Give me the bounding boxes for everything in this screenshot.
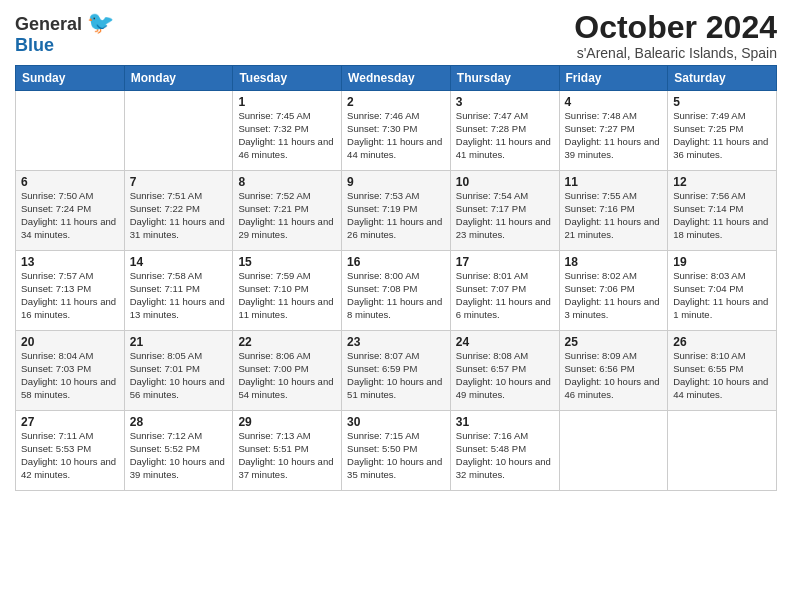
cell-0-3: 2Sunrise: 7:46 AM Sunset: 7:30 PM Daylig…: [342, 91, 451, 171]
header-row: General 🐦 Blue October 2024 s'Arenal, Ba…: [15, 10, 777, 61]
cell-info: Sunrise: 7:16 AM Sunset: 5:48 PM Dayligh…: [456, 430, 554, 481]
cell-info: Sunrise: 7:58 AM Sunset: 7:11 PM Dayligh…: [130, 270, 228, 321]
title-block: October 2024 s'Arenal, Balearic Islands,…: [574, 10, 777, 61]
header-monday: Monday: [124, 66, 233, 91]
logo-general: General: [15, 14, 82, 34]
day-number: 19: [673, 255, 771, 269]
cell-3-4: 24Sunrise: 8:08 AM Sunset: 6:57 PM Dayli…: [450, 331, 559, 411]
cell-3-6: 26Sunrise: 8:10 AM Sunset: 6:55 PM Dayli…: [668, 331, 777, 411]
header-tuesday: Tuesday: [233, 66, 342, 91]
calendar-table: SundayMondayTuesdayWednesdayThursdayFrid…: [15, 65, 777, 491]
cell-2-2: 15Sunrise: 7:59 AM Sunset: 7:10 PM Dayli…: [233, 251, 342, 331]
logo-blue: Blue: [15, 35, 54, 55]
cell-info: Sunrise: 8:01 AM Sunset: 7:07 PM Dayligh…: [456, 270, 554, 321]
cell-0-4: 3Sunrise: 7:47 AM Sunset: 7:28 PM Daylig…: [450, 91, 559, 171]
day-number: 22: [238, 335, 336, 349]
cell-4-5: [559, 411, 668, 491]
day-number: 14: [130, 255, 228, 269]
cell-info: Sunrise: 7:57 AM Sunset: 7:13 PM Dayligh…: [21, 270, 119, 321]
cell-info: Sunrise: 8:03 AM Sunset: 7:04 PM Dayligh…: [673, 270, 771, 321]
cell-3-2: 22Sunrise: 8:06 AM Sunset: 7:00 PM Dayli…: [233, 331, 342, 411]
cell-4-2: 29Sunrise: 7:13 AM Sunset: 5:51 PM Dayli…: [233, 411, 342, 491]
day-number: 5: [673, 95, 771, 109]
month-title: October 2024: [574, 10, 777, 45]
cell-info: Sunrise: 8:04 AM Sunset: 7:03 PM Dayligh…: [21, 350, 119, 401]
day-number: 16: [347, 255, 445, 269]
cell-info: Sunrise: 7:50 AM Sunset: 7:24 PM Dayligh…: [21, 190, 119, 241]
cell-2-1: 14Sunrise: 7:58 AM Sunset: 7:11 PM Dayli…: [124, 251, 233, 331]
week-row-3: 20Sunrise: 8:04 AM Sunset: 7:03 PM Dayli…: [16, 331, 777, 411]
cell-info: Sunrise: 8:10 AM Sunset: 6:55 PM Dayligh…: [673, 350, 771, 401]
day-number: 17: [456, 255, 554, 269]
day-number: 29: [238, 415, 336, 429]
cell-0-5: 4Sunrise: 7:48 AM Sunset: 7:27 PM Daylig…: [559, 91, 668, 171]
cell-info: Sunrise: 8:09 AM Sunset: 6:56 PM Dayligh…: [565, 350, 663, 401]
header-saturday: Saturday: [668, 66, 777, 91]
header-wednesday: Wednesday: [342, 66, 451, 91]
day-number: 31: [456, 415, 554, 429]
cell-info: Sunrise: 8:00 AM Sunset: 7:08 PM Dayligh…: [347, 270, 445, 321]
cell-4-6: [668, 411, 777, 491]
cell-1-1: 7Sunrise: 7:51 AM Sunset: 7:22 PM Daylig…: [124, 171, 233, 251]
week-row-4: 27Sunrise: 7:11 AM Sunset: 5:53 PM Dayli…: [16, 411, 777, 491]
cell-info: Sunrise: 7:46 AM Sunset: 7:30 PM Dayligh…: [347, 110, 445, 161]
cell-info: Sunrise: 7:47 AM Sunset: 7:28 PM Dayligh…: [456, 110, 554, 161]
day-number: 18: [565, 255, 663, 269]
day-number: 26: [673, 335, 771, 349]
header-thursday: Thursday: [450, 66, 559, 91]
cell-1-3: 9Sunrise: 7:53 AM Sunset: 7:19 PM Daylig…: [342, 171, 451, 251]
day-number: 23: [347, 335, 445, 349]
cell-0-6: 5Sunrise: 7:49 AM Sunset: 7:25 PM Daylig…: [668, 91, 777, 171]
week-row-1: 6Sunrise: 7:50 AM Sunset: 7:24 PM Daylig…: [16, 171, 777, 251]
cell-1-2: 8Sunrise: 7:52 AM Sunset: 7:21 PM Daylig…: [233, 171, 342, 251]
cell-0-2: 1Sunrise: 7:45 AM Sunset: 7:32 PM Daylig…: [233, 91, 342, 171]
header-friday: Friday: [559, 66, 668, 91]
cell-2-4: 17Sunrise: 8:01 AM Sunset: 7:07 PM Dayli…: [450, 251, 559, 331]
cell-info: Sunrise: 8:02 AM Sunset: 7:06 PM Dayligh…: [565, 270, 663, 321]
cell-3-0: 20Sunrise: 8:04 AM Sunset: 7:03 PM Dayli…: [16, 331, 125, 411]
day-number: 25: [565, 335, 663, 349]
cell-info: Sunrise: 7:13 AM Sunset: 5:51 PM Dayligh…: [238, 430, 336, 481]
cell-3-1: 21Sunrise: 8:05 AM Sunset: 7:01 PM Dayli…: [124, 331, 233, 411]
cell-info: Sunrise: 7:15 AM Sunset: 5:50 PM Dayligh…: [347, 430, 445, 481]
cell-info: Sunrise: 7:53 AM Sunset: 7:19 PM Dayligh…: [347, 190, 445, 241]
page-container: General 🐦 Blue October 2024 s'Arenal, Ba…: [0, 0, 792, 496]
cell-0-0: [16, 91, 125, 171]
header-row-days: SundayMondayTuesdayWednesdayThursdayFrid…: [16, 66, 777, 91]
logo: General 🐦 Blue: [15, 10, 114, 55]
cell-info: Sunrise: 8:05 AM Sunset: 7:01 PM Dayligh…: [130, 350, 228, 401]
day-number: 1: [238, 95, 336, 109]
cell-info: Sunrise: 7:55 AM Sunset: 7:16 PM Dayligh…: [565, 190, 663, 241]
location-subtitle: s'Arenal, Balearic Islands, Spain: [574, 45, 777, 61]
cell-1-5: 11Sunrise: 7:55 AM Sunset: 7:16 PM Dayli…: [559, 171, 668, 251]
day-number: 10: [456, 175, 554, 189]
day-number: 9: [347, 175, 445, 189]
day-number: 2: [347, 95, 445, 109]
cell-info: Sunrise: 7:59 AM Sunset: 7:10 PM Dayligh…: [238, 270, 336, 321]
cell-4-3: 30Sunrise: 7:15 AM Sunset: 5:50 PM Dayli…: [342, 411, 451, 491]
cell-info: Sunrise: 7:45 AM Sunset: 7:32 PM Dayligh…: [238, 110, 336, 161]
day-number: 7: [130, 175, 228, 189]
day-number: 24: [456, 335, 554, 349]
cell-info: Sunrise: 8:06 AM Sunset: 7:00 PM Dayligh…: [238, 350, 336, 401]
day-number: 6: [21, 175, 119, 189]
cell-info: Sunrise: 7:12 AM Sunset: 5:52 PM Dayligh…: [130, 430, 228, 481]
cell-1-6: 12Sunrise: 7:56 AM Sunset: 7:14 PM Dayli…: [668, 171, 777, 251]
day-number: 30: [347, 415, 445, 429]
cell-1-4: 10Sunrise: 7:54 AM Sunset: 7:17 PM Dayli…: [450, 171, 559, 251]
cell-2-5: 18Sunrise: 8:02 AM Sunset: 7:06 PM Dayli…: [559, 251, 668, 331]
cell-0-1: [124, 91, 233, 171]
cell-info: Sunrise: 7:52 AM Sunset: 7:21 PM Dayligh…: [238, 190, 336, 241]
cell-3-3: 23Sunrise: 8:07 AM Sunset: 6:59 PM Dayli…: [342, 331, 451, 411]
cell-3-5: 25Sunrise: 8:09 AM Sunset: 6:56 PM Dayli…: [559, 331, 668, 411]
cell-2-6: 19Sunrise: 8:03 AM Sunset: 7:04 PM Dayli…: [668, 251, 777, 331]
cell-info: Sunrise: 7:54 AM Sunset: 7:17 PM Dayligh…: [456, 190, 554, 241]
day-number: 8: [238, 175, 336, 189]
cell-2-3: 16Sunrise: 8:00 AM Sunset: 7:08 PM Dayli…: [342, 251, 451, 331]
week-row-2: 13Sunrise: 7:57 AM Sunset: 7:13 PM Dayli…: [16, 251, 777, 331]
cell-1-0: 6Sunrise: 7:50 AM Sunset: 7:24 PM Daylig…: [16, 171, 125, 251]
cell-4-1: 28Sunrise: 7:12 AM Sunset: 5:52 PM Dayli…: [124, 411, 233, 491]
day-number: 11: [565, 175, 663, 189]
day-number: 27: [21, 415, 119, 429]
day-number: 13: [21, 255, 119, 269]
